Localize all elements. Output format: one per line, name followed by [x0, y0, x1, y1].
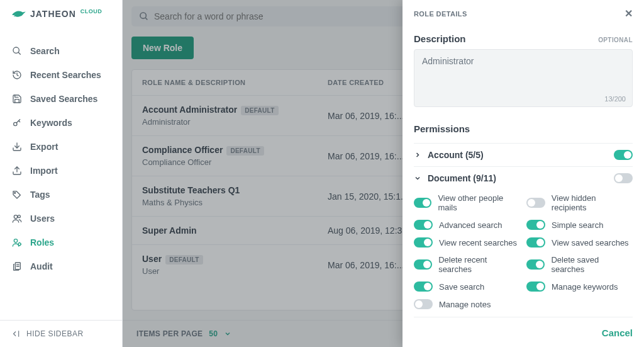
search-icon [139, 11, 149, 21]
collapse-icon [11, 329, 20, 338]
permission-item: View saved searches [526, 237, 633, 247]
svg-point-7 [14, 192, 16, 193]
permission-group[interactable]: Import (2/2) [414, 317, 633, 321]
chevron-down-icon[interactable] [224, 330, 231, 338]
permission-label: Delete saved searches [551, 255, 633, 274]
role-description: User [142, 266, 328, 276]
sidebar-item-label: Keywords [30, 118, 72, 128]
sidebar-item-search[interactable]: Search [0, 39, 122, 63]
svg-line-17 [145, 18, 147, 20]
items-per-page-label: ITEMS PER PAGE [136, 329, 203, 338]
svg-point-8 [14, 215, 17, 219]
chevron-down-icon [414, 174, 421, 182]
sidebar-item-label: Tags [30, 190, 50, 200]
header-name: ROLE NAME & DESCRIPTION [142, 79, 328, 86]
roles-icon [11, 237, 23, 248]
permission-label: Simple search [552, 220, 603, 230]
permission-toggle[interactable] [414, 282, 433, 292]
key-icon [11, 117, 23, 128]
sidebar-item-saved-searches[interactable]: Saved Searches [0, 87, 122, 111]
sidebar-item-label: Saved Searches [30, 94, 97, 104]
svg-line-4 [19, 121, 20, 122]
permission-label: View other people mails [438, 193, 520, 212]
sidebar-item-export[interactable]: Export [0, 135, 122, 159]
role-description: Maths & Physics [142, 198, 328, 207]
permission-label: Save search [439, 282, 484, 292]
description-field[interactable]: Administrator 13/200 [414, 49, 633, 107]
default-badge: DEFAULT [226, 146, 264, 156]
users-icon [11, 213, 23, 224]
role-name: Compliance Officer [142, 145, 223, 155]
permission-item: Save search [414, 282, 520, 292]
sidebar: JATHEON CLOUD SearchRecent SearchesSaved… [0, 0, 123, 347]
close-icon[interactable]: ✕ [625, 8, 633, 20]
description-value: Administrator [422, 56, 474, 66]
role-description: Compliance Officer [142, 157, 328, 167]
permission-toggle[interactable] [414, 220, 433, 230]
drawer-title: ROLE DETAILS [414, 10, 467, 18]
main-nav: SearchRecent SearchesSaved SearchesKeywo… [0, 28, 122, 320]
sidebar-item-roles[interactable]: Roles [0, 230, 122, 254]
save-icon [11, 93, 23, 105]
permission-item: Manage keywords [526, 282, 633, 292]
permission-label: View recent searches [439, 238, 517, 247]
permission-toggle[interactable] [414, 299, 433, 309]
permission-label: Delete recent searches [438, 255, 520, 274]
group-toggle[interactable] [614, 150, 633, 160]
chevron-right-icon [414, 151, 421, 159]
sidebar-item-users[interactable]: Users [0, 207, 122, 230]
permission-toggle[interactable] [526, 259, 545, 270]
permission-group[interactable]: Document (9/11) [414, 166, 633, 190]
sidebar-item-label: Users [30, 213, 55, 224]
role-name: User [142, 254, 162, 264]
group-toggle[interactable] [614, 173, 633, 183]
sidebar-item-keywords[interactable]: Keywords [0, 111, 122, 135]
sidebar-item-label: Search [30, 46, 60, 56]
permissions-heading: Permissions [414, 123, 633, 134]
permission-toggle[interactable] [526, 237, 545, 247]
brand-suffix: CLOUD [80, 8, 103, 14]
audit-icon [11, 261, 23, 272]
hide-sidebar-button[interactable]: HIDE SIDEBAR [0, 320, 122, 347]
sidebar-item-import[interactable]: Import [0, 159, 122, 183]
cancel-button[interactable]: Cancel [602, 327, 633, 338]
permission-label: View saved searches [552, 238, 629, 247]
permission-item: Manage notes [414, 299, 520, 309]
permission-toggle[interactable] [414, 198, 431, 208]
role-name: Super Admin [142, 225, 197, 236]
tag-icon [11, 189, 23, 200]
permission-label: View hidden recipients [552, 193, 633, 212]
permission-label: Manage notes [439, 300, 491, 309]
new-role-button[interactable]: New Role [131, 37, 194, 59]
svg-point-10 [14, 239, 17, 242]
import-icon [11, 165, 23, 176]
permission-toggle[interactable] [414, 237, 433, 247]
permission-item: View hidden recipients [526, 193, 633, 212]
sidebar-item-recent-searches[interactable]: Recent Searches [0, 63, 122, 87]
role-name: Account Administrator [142, 105, 237, 115]
description-label: Description [414, 33, 466, 44]
default-badge: DEFAULT [165, 255, 203, 265]
items-per-page-value[interactable]: 50 [209, 329, 218, 338]
brand-logo: JATHEON CLOUD [0, 0, 122, 28]
sidebar-item-label: Export [30, 142, 58, 152]
permission-item: Delete recent searches [414, 255, 520, 274]
export-icon [11, 141, 23, 152]
permission-group-label: Account (5/5) [428, 150, 484, 160]
permission-toggle[interactable] [526, 220, 545, 230]
sidebar-item-audit[interactable]: Audit [0, 254, 122, 278]
permission-toggle[interactable] [526, 198, 545, 208]
svg-point-16 [140, 13, 146, 18]
permission-item: Advanced search [414, 220, 520, 230]
permission-group[interactable]: Account (5/5) [414, 143, 633, 166]
svg-rect-12 [15, 263, 20, 270]
permission-label: Advanced search [439, 220, 502, 230]
permission-toggle[interactable] [526, 282, 545, 292]
permission-label: Manage keywords [552, 282, 618, 292]
history-icon [11, 69, 23, 81]
role-name: Substitute Teachers Q1 [142, 185, 240, 195]
sidebar-item-tags[interactable]: Tags [0, 183, 122, 207]
svg-line-1 [18, 52, 20, 54]
permission-toggle[interactable] [414, 259, 432, 270]
bird-icon [11, 9, 26, 19]
